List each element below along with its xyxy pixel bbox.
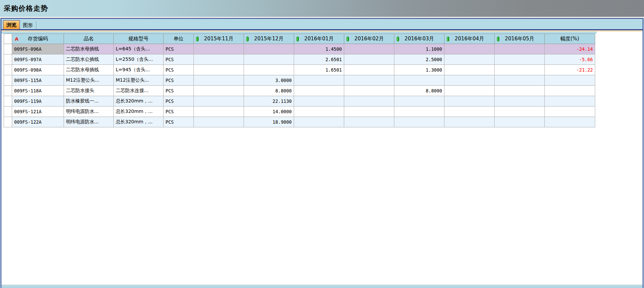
cell-name[interactable]: 明纬电源防水... — [64, 117, 114, 127]
cell-name[interactable]: 二芯防水母插线 — [64, 65, 114, 75]
cell-code[interactable]: 009FS-098A — [12, 65, 64, 75]
cell-spec[interactable]: 总长320mm，... — [114, 117, 164, 127]
column-header-m4[interactable]: 2016年02月 — [344, 34, 394, 44]
cell-code[interactable]: 009FS-121A — [12, 107, 64, 117]
cell-unit[interactable]: PCS — [164, 117, 194, 127]
cell-m6[interactable] — [444, 65, 495, 75]
cell-m5[interactable]: 1.1000 — [394, 44, 444, 54]
cell-spec[interactable]: 二芯防水连接... — [114, 86, 164, 96]
cell-spec[interactable]: L=645（含头... — [114, 44, 164, 54]
cell-m7[interactable] — [495, 86, 545, 96]
column-header-spec[interactable]: 规格型号 — [114, 34, 164, 44]
cell-m7[interactable] — [495, 65, 545, 75]
cell-m6[interactable] — [444, 86, 495, 96]
column-header-code[interactable]: A存货编码 — [12, 34, 64, 44]
row-selector-cell[interactable] — [4, 54, 12, 65]
table-row[interactable]: 009FS-115AM12注塑公头...M12注塑公头...PCS3.0000 — [4, 75, 595, 86]
cell-spec[interactable]: M12注塑公头... — [114, 75, 164, 86]
row-selector-cell[interactable] — [4, 86, 12, 96]
cell-code[interactable]: 009FS-115A — [12, 75, 64, 86]
cell-code[interactable]: 009FS-119A — [12, 96, 64, 107]
cell-name[interactable]: 防水橡胶线一... — [64, 96, 114, 107]
cell-unit[interactable]: PCS — [164, 75, 194, 86]
cell-m5[interactable]: 2.5000 — [394, 54, 444, 65]
cell-m3[interactable]: 2.6501 — [294, 54, 344, 65]
cell-m2[interactable] — [244, 54, 294, 65]
table-row[interactable]: 009FS-122A明纬电源防水...总长320mm，...PCS18.9000 — [4, 117, 595, 127]
cell-spec[interactable]: L=2550（含头... — [114, 54, 164, 65]
cell-m2[interactable] — [244, 44, 294, 54]
cell-m3[interactable]: 1.4500 — [294, 44, 344, 54]
cell-m4[interactable] — [344, 86, 394, 96]
cell-m5[interactable] — [394, 96, 444, 107]
cell-m1[interactable] — [194, 96, 244, 107]
cell-m1[interactable] — [194, 86, 244, 96]
cell-m2[interactable]: 3.0000 — [244, 75, 294, 86]
table-row[interactable]: 009FS-121A明纬电源防水...总长320mm，...PCS14.0000 — [4, 107, 595, 117]
cell-m7[interactable] — [495, 96, 545, 107]
tab-graph[interactable]: 图形 — [20, 21, 36, 29]
cell-code[interactable]: 009FS-122A — [12, 117, 64, 127]
cell-m2[interactable]: 14.0000 — [244, 107, 294, 117]
cell-m7[interactable] — [495, 107, 545, 117]
cell-unit[interactable]: PCS — [164, 44, 194, 54]
cell-m3[interactable] — [294, 107, 344, 117]
cell-m2[interactable]: 8.8000 — [244, 86, 294, 96]
cell-spec[interactable]: 总长320mm，... — [114, 107, 164, 117]
cell-m4[interactable] — [344, 75, 394, 86]
row-selector-cell[interactable] — [4, 75, 12, 86]
cell-m7[interactable] — [495, 44, 545, 54]
cell-range[interactable]: -21.22 — [545, 65, 595, 75]
cell-range[interactable] — [545, 86, 595, 96]
cell-m2[interactable]: 18.9000 — [244, 117, 294, 127]
cell-m3[interactable] — [294, 75, 344, 86]
row-selector-cell[interactable] — [4, 96, 12, 107]
cell-range[interactable]: -24.14 — [545, 44, 595, 54]
cell-range[interactable] — [545, 117, 595, 127]
cell-code[interactable]: 009FS-097A — [12, 54, 64, 65]
cell-m6[interactable] — [444, 107, 495, 117]
cell-m1[interactable] — [194, 75, 244, 86]
cell-m3[interactable] — [294, 86, 344, 96]
cell-m5[interactable]: 1.3000 — [394, 65, 444, 75]
cell-name[interactable]: 二芯防水接头 — [64, 86, 114, 96]
cell-m3[interactable]: 1.6501 — [294, 65, 344, 75]
cell-range[interactable]: -5.66 — [545, 54, 595, 65]
cell-code[interactable]: 009FS-118A — [12, 86, 64, 96]
cell-range[interactable] — [545, 107, 595, 117]
cell-code[interactable]: 009FS-096A — [12, 44, 64, 54]
cell-m3[interactable] — [294, 117, 344, 127]
column-header-m6[interactable]: 2016年04月 — [444, 34, 495, 44]
cell-name[interactable]: 明纬电源防水... — [64, 107, 114, 117]
cell-m6[interactable] — [444, 44, 495, 54]
table-row[interactable]: 009FS-096A二芯防水母插线L=645（含头...PCS1.45001.1… — [4, 44, 595, 54]
cell-m5[interactable] — [394, 75, 444, 86]
tab-browse[interactable]: 浏览 — [3, 20, 20, 29]
cell-m1[interactable] — [194, 44, 244, 54]
cell-m7[interactable] — [495, 75, 545, 86]
cell-m5[interactable] — [394, 107, 444, 117]
row-selector-cell[interactable] — [4, 44, 12, 54]
cell-unit[interactable]: PCS — [164, 107, 194, 117]
cell-m1[interactable] — [194, 117, 244, 127]
cell-unit[interactable]: PCS — [164, 54, 194, 65]
cell-range[interactable] — [545, 75, 595, 86]
cell-m6[interactable] — [444, 54, 495, 65]
cell-m1[interactable] — [194, 54, 244, 65]
cell-range[interactable] — [545, 96, 595, 107]
row-selector-cell[interactable] — [4, 117, 12, 127]
column-header-m1[interactable]: 2015年11月 — [194, 34, 244, 44]
cell-m4[interactable] — [344, 107, 394, 117]
cell-unit[interactable]: PCS — [164, 86, 194, 96]
table-row[interactable]: 009FS-097A二芯防水公插线L=2550（含头...PCS2.65012.… — [4, 54, 595, 65]
table-row[interactable]: 009FS-098A二芯防水母插线L=945（含头...PCS1.65011.3… — [4, 65, 595, 75]
cell-name[interactable]: 二芯防水母插线 — [64, 44, 114, 54]
row-selector-cell[interactable] — [4, 107, 12, 117]
cell-spec[interactable]: 总长320mm，... — [114, 96, 164, 107]
row-selector-cell[interactable] — [4, 65, 12, 75]
cell-unit[interactable]: PCS — [164, 96, 194, 107]
cell-m7[interactable] — [495, 117, 545, 127]
cell-spec[interactable]: L=945（含头... — [114, 65, 164, 75]
column-header-m3[interactable]: 2016年01月 — [294, 34, 344, 44]
table-row[interactable]: 009FS-119A防水橡胶线一...总长320mm，...PCS22.1130 — [4, 96, 595, 107]
